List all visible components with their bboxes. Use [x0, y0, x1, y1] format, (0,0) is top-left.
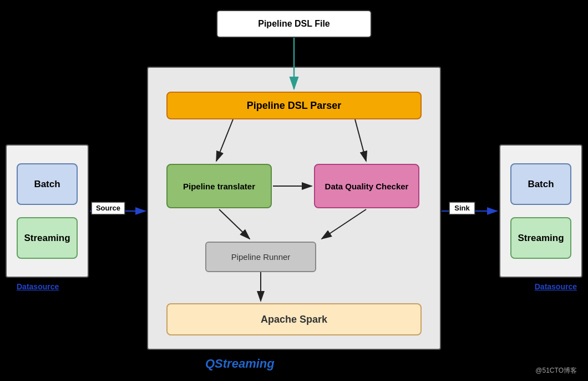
right-datasource-box: Batch Streaming: [499, 144, 582, 278]
right-datasource-label: Datasource: [535, 282, 577, 291]
right-batch-label: Batch: [528, 179, 554, 190]
pipeline-dsl-parser-box: Pipeline DSL Parser: [166, 92, 422, 119]
data-quality-checker-box: Data Quality Checker: [314, 164, 419, 208]
pipeline-dsl-file-box: Pipeline DSL File: [216, 10, 372, 38]
svg-rect-11: [92, 202, 125, 214]
left-streaming-box: Streaming: [17, 217, 78, 259]
left-streaming-label: Streaming: [24, 233, 70, 244]
pipeline-runner-label: Pipeline Runner: [231, 252, 291, 262]
data-quality-checker-label: Data Quality Checker: [325, 182, 409, 191]
pipeline-runner-box: Pipeline Runner: [205, 242, 316, 272]
svg-text:Sink: Sink: [454, 204, 470, 212]
right-batch-box: Batch: [510, 163, 571, 205]
pipeline-translater-label: Pipeline translater: [183, 182, 255, 191]
diagram-container: Pipeline DSL File Pipeline DSL Parser Pi…: [0, 0, 588, 381]
apache-spark-label: Apache Spark: [261, 314, 327, 325]
pipeline-dsl-parser-label: Pipeline DSL Parser: [247, 100, 342, 112]
cto-label: @51CTO博客: [535, 366, 577, 375]
svg-rect-14: [449, 202, 475, 214]
left-datasource-box: Batch Streaming: [6, 144, 89, 278]
right-streaming-box: Streaming: [510, 217, 571, 259]
pipeline-translater-box: Pipeline translater: [166, 164, 272, 208]
left-datasource-label: Datasource: [17, 282, 59, 291]
qstreaming-label: QStreaming: [205, 357, 275, 371]
left-batch-label: Batch: [34, 179, 60, 190]
left-batch-box: Batch: [17, 163, 78, 205]
right-streaming-label: Streaming: [518, 233, 564, 244]
apache-spark-box: Apache Spark: [166, 303, 422, 335]
pipeline-dsl-file-label: Pipeline DSL File: [258, 19, 330, 29]
svg-text:Source: Source: [96, 204, 120, 212]
